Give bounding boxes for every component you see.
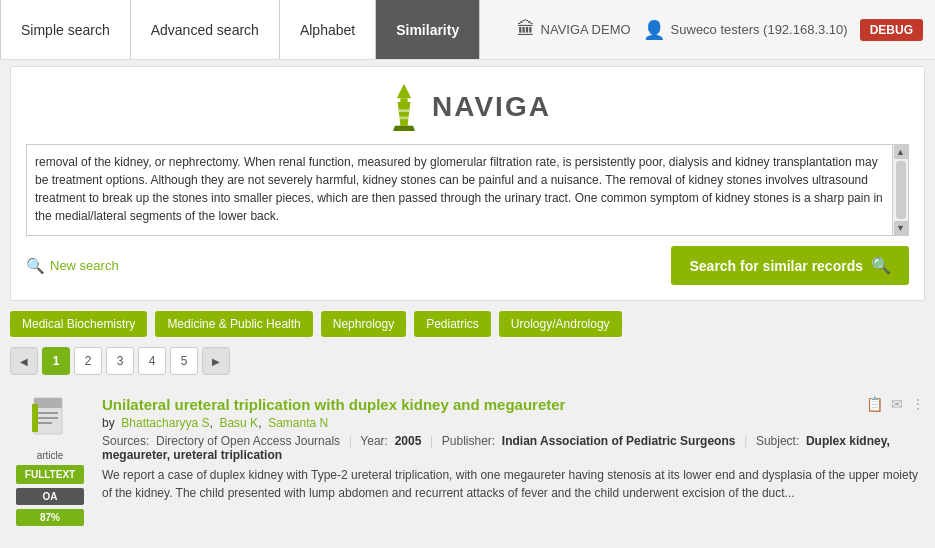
relevance-percent: 87%: [16, 509, 84, 526]
meta-pipe-3: |: [744, 434, 747, 448]
scrollbar-down-arrow[interactable]: ▼: [894, 221, 908, 235]
instance-label: NAVIGA DEMO: [541, 22, 631, 37]
sources-label: Sources:: [102, 434, 149, 448]
pagination-page-4[interactable]: 4: [138, 347, 166, 375]
sources-value: Directory of Open Access Journals: [156, 434, 340, 448]
result-content: Unilateral ureteral triplication with du…: [102, 396, 925, 526]
tag-pediatrics[interactable]: Pediatrics: [414, 311, 491, 337]
svg-rect-9: [38, 417, 58, 419]
svg-rect-8: [38, 412, 58, 414]
similarity-text-content[interactable]: removal of the kidney, or nephrectomy. W…: [27, 145, 908, 235]
svg-rect-7: [34, 398, 62, 408]
author-2[interactable]: Basu K: [219, 416, 258, 430]
user-label: Suweco testers (192.168.3.10): [671, 22, 848, 37]
subject-label: Subject:: [756, 434, 799, 448]
pagination-row: ◀ 1 2 3 4 5 ▶: [10, 347, 925, 375]
meta-pipe-1: |: [349, 434, 352, 448]
top-navigation: Simple search Advanced search Alphabet S…: [0, 0, 935, 60]
year-value: 2005: [395, 434, 422, 448]
svg-rect-11: [32, 404, 38, 432]
result-title[interactable]: Unilateral ureteral triplication with du…: [102, 396, 565, 413]
tags-row: Medical Biochemistry Medicine & Public H…: [10, 311, 925, 337]
logo-area: NAVIGA: [26, 82, 909, 132]
result-item: article FULLTEXT OA 87% Unilateral urete…: [10, 385, 925, 536]
similarity-textarea-container: removal of the kidney, or nephrectomy. W…: [26, 144, 909, 236]
share-icon[interactable]: ✉: [891, 396, 903, 412]
more-icon[interactable]: ⋮: [911, 396, 925, 412]
tab-advanced[interactable]: Advanced search: [131, 0, 280, 59]
year-label: Year:: [360, 434, 388, 448]
article-icon: [30, 396, 70, 446]
tag-medicine-public-health[interactable]: Medicine & Public Health: [155, 311, 312, 337]
action-row: 🔍 New search Search for similar records …: [26, 246, 909, 285]
meta-pipe-2: |: [430, 434, 433, 448]
pagination-page-3[interactable]: 3: [106, 347, 134, 375]
pagination-page-2[interactable]: 2: [74, 347, 102, 375]
pagination-prev[interactable]: ◀: [10, 347, 38, 375]
oa-button[interactable]: OA: [16, 488, 84, 505]
svg-rect-3: [399, 109, 410, 112]
textarea-scrollbar[interactable]: ▲ ▼: [892, 145, 908, 235]
svg-marker-5: [393, 126, 415, 131]
author-3[interactable]: Samanta N: [268, 416, 328, 430]
naviga-logo-icon: [384, 82, 424, 132]
svg-rect-10: [38, 422, 52, 424]
tag-medical-biochemistry[interactable]: Medical Biochemistry: [10, 311, 147, 337]
tab-alphabet[interactable]: Alphabet: [280, 0, 376, 59]
new-search-link[interactable]: 🔍 New search: [26, 257, 119, 275]
search-similar-label: Search for similar records: [689, 258, 863, 274]
fulltext-button[interactable]: FULLTEXT: [16, 465, 84, 484]
pagination-next[interactable]: ▶: [202, 347, 230, 375]
tag-nephrology[interactable]: Nephrology: [321, 311, 406, 337]
textarea-body: removal of the kidney, or nephrectomy. W…: [35, 155, 883, 223]
new-search-label: New search: [50, 258, 119, 273]
article-type-label: article: [37, 450, 64, 461]
search-similar-icon: 🔍: [871, 256, 891, 275]
result-meta: Sources: Directory of Open Access Journa…: [102, 434, 925, 462]
logo-container: NAVIGA: [384, 82, 551, 132]
tag-urology-andrology[interactable]: Urology/Andrology: [499, 311, 622, 337]
svg-rect-1: [400, 98, 407, 102]
pagination-page-1[interactable]: 1: [42, 347, 70, 375]
tab-simple[interactable]: Simple search: [0, 0, 131, 59]
publisher-label: Publisher:: [442, 434, 495, 448]
result-icon-column: article FULLTEXT OA 87%: [10, 396, 90, 526]
svg-marker-0: [397, 84, 412, 99]
main-content-area: NAVIGA removal of the kidney, or nephrec…: [10, 66, 925, 301]
tab-similarity[interactable]: Similarity: [376, 0, 480, 59]
instance-info: 🏛 NAVIGA DEMO: [517, 19, 631, 40]
scrollbar-up-arrow[interactable]: ▲: [894, 145, 908, 159]
search-icon: 🔍: [26, 257, 45, 275]
publisher-value: Indian Association of Pediatric Surgeons: [502, 434, 736, 448]
building-icon: 🏛: [517, 19, 535, 40]
user-info: 👤 Suweco testers (192.168.3.10): [643, 19, 848, 41]
author-1[interactable]: Bhattacharyya S: [121, 416, 209, 430]
debug-button[interactable]: DEBUG: [860, 19, 923, 41]
person-icon: 👤: [643, 19, 665, 41]
scrollbar-thumb[interactable]: [896, 161, 906, 219]
svg-rect-4: [399, 117, 410, 120]
search-similar-button[interactable]: Search for similar records 🔍: [671, 246, 909, 285]
result-action-icons: 📋 ✉ ⋮: [866, 396, 925, 412]
result-authors: by Bhattacharyya S, Basu K, Samanta N: [102, 416, 925, 430]
bookmark-icon[interactable]: 📋: [866, 396, 883, 412]
result-abstract: We report a case of duplex kidney with T…: [102, 466, 925, 502]
pagination-page-5[interactable]: 5: [170, 347, 198, 375]
logo-text: NAVIGA: [432, 91, 551, 123]
svg-marker-2: [398, 102, 411, 126]
nav-right-section: 🏛 NAVIGA DEMO 👤 Suweco testers (192.168.…: [517, 19, 935, 41]
